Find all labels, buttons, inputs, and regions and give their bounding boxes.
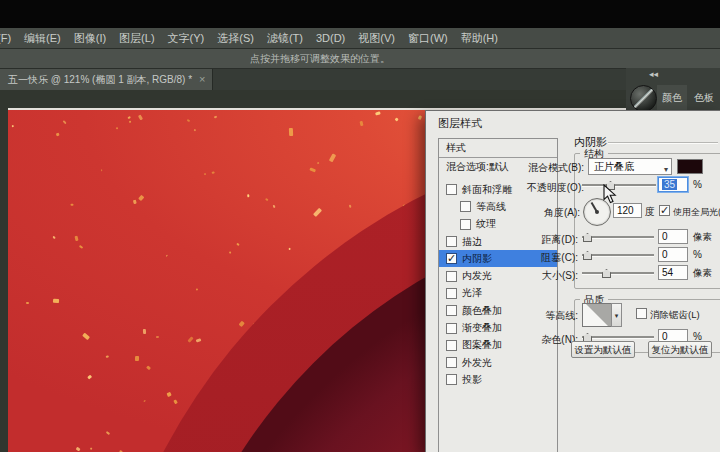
- bevel-emboss-checkbox[interactable]: [446, 184, 457, 195]
- tab-close-icon[interactable]: ×: [199, 69, 205, 90]
- antialias-label: 消除锯齿(L): [650, 309, 700, 322]
- style-item-outer-glow[interactable]: 外发光: [439, 354, 557, 371]
- sphere-icon[interactable]: [630, 85, 657, 112]
- size-label: 大小(S):: [514, 269, 578, 283]
- global-light-checkbox[interactable]: [659, 205, 670, 216]
- opacity-unit: %: [693, 179, 702, 190]
- title-rule: [608, 142, 718, 144]
- layer-style-dialog: 图层样式 样式 混合选项:默认 斜面和浮雕 等高线 纹理 描边 内: [425, 110, 720, 452]
- menu-item-help[interactable]: 帮助(H): [459, 31, 500, 46]
- menu-bar: 文件(F) 编辑(E) 图像(I) 图层(L) 文字(Y) 选择(S) 滤镜(T…: [0, 28, 720, 49]
- opacity-slider[interactable]: [582, 179, 656, 190]
- menu-item-image[interactable]: 图像(I): [72, 31, 108, 46]
- opacity-field[interactable]: 35: [658, 177, 688, 192]
- dropdown-arrow-icon: ▾: [664, 162, 668, 177]
- panel-tab-color[interactable]: 颜色: [657, 85, 687, 112]
- distance-slider-thumb[interactable]: [583, 233, 592, 242]
- menu-item-window[interactable]: 窗口(W): [406, 31, 450, 46]
- panel-tab-swatches[interactable]: 色板: [689, 85, 719, 112]
- opacity-label: 不透明度(O):: [514, 181, 584, 195]
- menu-item-filter[interactable]: 滤镜(T): [265, 31, 305, 46]
- pattern-overlay-checkbox[interactable]: [446, 340, 457, 351]
- texture-checkbox[interactable]: [460, 219, 471, 230]
- mouse-cursor: [603, 184, 619, 204]
- gradient-overlay-checkbox[interactable]: [446, 323, 457, 334]
- stroke-checkbox[interactable]: [446, 236, 457, 247]
- size-slider[interactable]: [582, 267, 654, 278]
- contour-picker-label: 等高线:: [514, 309, 578, 323]
- tool-hint-text: 点按并拖移可调整效果的位置。: [250, 49, 390, 68]
- style-item-drop-shadow[interactable]: 投影: [439, 371, 557, 388]
- satin-checkbox[interactable]: [446, 288, 457, 299]
- size-field[interactable]: 54: [658, 265, 688, 280]
- outer-glow-checkbox[interactable]: [446, 357, 457, 368]
- size-slider-thumb[interactable]: [602, 269, 611, 278]
- contour-thumbnail[interactable]: [582, 303, 612, 327]
- contour-checkbox[interactable]: [460, 201, 471, 212]
- distance-field[interactable]: 0: [658, 229, 688, 244]
- choke-unit: %: [693, 249, 702, 260]
- choke-slider-thumb[interactable]: [583, 251, 592, 260]
- document-tab[interactable]: 五一快乐 @ 121% (椭圆 1 副本, RGB/8) * ×: [0, 69, 213, 90]
- document-tab-bar: 五一快乐 @ 121% (椭圆 1 副本, RGB/8) * ×: [0, 69, 720, 90]
- contour-dropdown-arrow-icon[interactable]: ▾: [611, 303, 622, 327]
- angle-label: 角度(A):: [514, 206, 580, 220]
- photoshop-window: 文件(F) 编辑(E) 图像(I) 图层(L) 文字(Y) 选择(S) 滤镜(T…: [0, 0, 720, 452]
- choke-slider[interactable]: [582, 249, 654, 260]
- global-light-label: 使用全局光(G): [673, 206, 720, 219]
- noise-label: 杂色(N):: [514, 333, 578, 347]
- menu-item-edit[interactable]: 编辑(E): [22, 31, 63, 46]
- distance-unit: 像素: [693, 231, 712, 244]
- options-bar: 点按并拖移可调整效果的位置。: [0, 49, 720, 69]
- shadow-color-swatch[interactable]: [677, 159, 703, 174]
- dialog-title[interactable]: 图层样式: [438, 116, 482, 131]
- blend-mode-dropdown[interactable]: 正片叠底 ▾: [588, 158, 672, 175]
- menu-item-select[interactable]: 选择(S): [215, 31, 256, 46]
- inner-glow-checkbox[interactable]: [446, 271, 457, 282]
- window-titlebar: [0, 0, 720, 28]
- panel-dock: ◂◂ 颜色 色板: [626, 68, 720, 112]
- color-overlay-checkbox[interactable]: [446, 305, 457, 316]
- style-item-satin[interactable]: 光泽: [439, 285, 557, 302]
- menu-item-3d[interactable]: 3D(D): [314, 32, 347, 44]
- angle-unit: 度: [645, 205, 655, 219]
- distance-slider[interactable]: [582, 231, 654, 242]
- set-default-button[interactable]: 设置为默认值: [571, 341, 635, 358]
- choke-field[interactable]: 0: [658, 247, 688, 262]
- styles-header: 样式: [439, 139, 557, 158]
- choke-label: 阻塞(C):: [514, 251, 578, 265]
- distance-label: 距离(D):: [514, 233, 578, 247]
- antialias-checkbox[interactable]: [636, 308, 647, 319]
- drop-shadow-checkbox[interactable]: [446, 374, 457, 385]
- angle-field[interactable]: 120: [613, 203, 642, 218]
- blend-mode-label: 混合模式(B):: [514, 161, 584, 175]
- document-tab-title: 五一快乐 @ 121% (椭圆 1 副本, RGB/8) *: [8, 69, 192, 90]
- menu-item-layer[interactable]: 图层(L): [117, 31, 156, 46]
- menu-item-type[interactable]: 文字(Y): [166, 31, 207, 46]
- menu-item-file[interactable]: 文件(F): [0, 31, 13, 46]
- menu-item-view[interactable]: 视图(V): [356, 31, 397, 46]
- size-unit: 像素: [693, 267, 712, 280]
- inner-shadow-checkbox[interactable]: [446, 253, 457, 264]
- reset-default-button[interactable]: 复位为默认值: [648, 341, 712, 358]
- collapse-panels-icon[interactable]: ◂◂: [649, 69, 658, 79]
